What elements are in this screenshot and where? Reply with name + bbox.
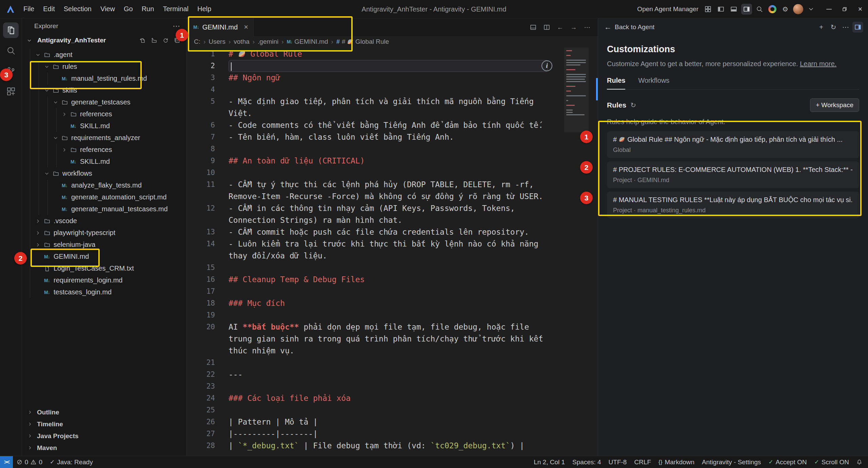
editor-line-2[interactable]: 2 [186,60,598,72]
panel-bottom-icon[interactable] [728,4,739,15]
refresh-rules-icon[interactable]: ↻ [630,101,636,109]
breadcrumb-item-votha[interactable]: votha [234,38,249,45]
close-tab-icon[interactable]: × [244,23,248,32]
tree-item-generate-manual-testcases-md[interactable]: M↓generate_manual_testcases.md [22,203,186,215]
breadcrumb-item-c[interactable]: C: [194,38,200,45]
minimap[interactable] [564,47,589,456]
editor-line-19[interactable]: 19 [186,309,598,321]
close-icon[interactable]: × [852,0,868,18]
remote-indicator[interactable]: >< [0,456,13,468]
rule-card-3[interactable]: # MANUAL TESTING RULES **Luật này áp dụn… [607,192,859,218]
rule-card-1[interactable]: # Global Rule ## Ngôn ngữ - Mặc định gia… [607,131,859,158]
editor-line-8[interactable]: 8 [186,143,598,155]
panel-right-icon[interactable] [852,22,863,33]
panel-right-icon[interactable] [741,4,752,15]
open-agent-manager-button[interactable]: Open Agent Manager [637,5,698,13]
editor-line-27[interactable]: 27|---------|-------| [186,428,598,440]
editor-line-15[interactable]: 15 [186,262,598,274]
back-arrow-icon[interactable]: ← [555,22,565,32]
history-icon[interactable]: ↻ [828,22,839,33]
sidebar-section-outline[interactable]: Outline [22,406,186,418]
menu-run[interactable]: Run [137,3,159,15]
settings-gear-icon[interactable]: ⚙ [780,4,791,15]
eol-sequence[interactable]: CRLF [630,456,655,468]
source-control-icon[interactable] [3,63,19,79]
add-workspace-button[interactable]: + Workspace [810,98,859,112]
tree-item-testcases-login-md[interactable]: M↓testcases_login.md [22,286,186,298]
editor-line-9[interactable]: 9## An toàn dữ liệu (CRITICAL) [186,155,598,167]
editor-line-21[interactable]: 21 [186,357,598,369]
gemini-icon[interactable] [767,4,778,15]
problems-indicator[interactable]: 00 [13,456,46,468]
chevron-down-icon[interactable] [806,4,816,15]
sidebar-section-maven[interactable]: Maven [22,442,186,454]
menu-terminal[interactable]: Terminal [158,3,193,15]
editor-line-16[interactable]: 16## Cleanup Temp & Debug Files [186,274,598,286]
collapse-all-icon[interactable] [172,35,182,45]
editor-line-18[interactable]: 18### Mục đích [186,297,598,309]
ellipsis-icon[interactable]: ⋯ [840,22,851,33]
tree-item-requirements-login-md[interactable]: M↓requirements_login.md [22,274,186,286]
explorer-more-icon[interactable]: ⋯ [173,22,180,31]
split-editor-icon[interactable] [541,22,552,32]
editor-line-24[interactable]: 24### Các loại file phải xóa [186,392,598,404]
notifications-bell[interactable] [853,456,866,468]
breadcrumb-item-gemini-md[interactable]: M↓GEMINI.md [287,38,328,45]
inline-info-icon[interactable]: i [541,60,552,71]
cursor-position[interactable]: Ln 2, Col 1 [530,456,569,468]
menu-help[interactable]: Help [193,3,216,15]
encoding[interactable]: UTF-8 [605,456,631,468]
editor-line-20[interactable]: 20AI **bắt buộc** phải dọn dẹp mọi file … [186,321,598,357]
new-file-icon[interactable] [137,35,147,45]
extensions-icon[interactable] [3,83,19,99]
search-icon[interactable] [3,43,19,58]
tree-item-login-testcases-crm-txt[interactable]: Login_TestCases_CRM.txt [22,262,186,274]
ellipsis-icon[interactable]: ⋯ [582,22,592,32]
menu-go[interactable]: Go [119,3,137,15]
editor-line-22[interactable]: 22--- [186,369,598,381]
tree-item-skill-md[interactable]: M↓SKILL.md [22,120,186,132]
tree-item-analyze-flaky-tests-md[interactable]: M↓analyze_flaky_tests.md [22,179,186,191]
java-status[interactable]: ✓Java: Ready [46,456,97,468]
editor-line-26[interactable]: 26| Pattern | Mô tả | [186,416,598,428]
editor-line-4[interactable]: 4 [186,84,598,96]
tree-item-manual-testing-rules-md[interactable]: M↓manual_testing_rules.md [22,73,186,84]
editor-line-5[interactable]: 5- Mặc định giao tiếp, phân tích và giải… [186,96,598,119]
editor-line-17[interactable]: 17 [186,286,598,297]
restore-icon[interactable] [837,0,852,18]
accept-toggle[interactable]: ✓Accept ON [765,456,810,468]
agent-manager-icon[interactable] [703,4,713,15]
tree-item-references[interactable]: references [22,144,186,156]
search-icon[interactable] [754,4,765,15]
editor-line-23[interactable]: 23 [186,381,598,392]
editor-line-25[interactable]: 25 [186,404,598,416]
editor-line-13[interactable]: 13- CẤM commit hoặc push các file chứa c… [186,226,598,238]
editor-line-6[interactable]: 6- Code comments có thể viết bằng Tiếng … [186,119,598,131]
menu-file[interactable]: File [19,3,39,15]
menu-selection[interactable]: Selection [59,3,96,15]
panel-left-icon[interactable] [715,4,726,15]
tree-item-gemini-md[interactable]: M↓GEMINI.md [22,251,186,262]
editor-line-12[interactable]: 12- CẤM in các thông tin nhạy cảm (API K… [186,202,598,226]
editor-line-11[interactable]: 11- CẤM tự ý thực thi các lệnh phá hủy (… [186,179,598,202]
editor-line-14[interactable]: 14- Luôn kiểm tra lại trước khi thực thi… [186,238,598,262]
layout-icon[interactable] [528,22,538,32]
explorer-icon[interactable] [3,22,19,38]
breadcrumb-item-gemini[interactable]: .gemini [258,38,278,45]
sidebar-section-timeline[interactable]: Timeline [22,418,186,430]
minimize-icon[interactable]: ─ [821,0,837,18]
language-mode[interactable]: {}Markdown [655,456,698,468]
avatar[interactable] [793,4,804,15]
editor-line-3[interactable]: 3## Ngôn ngữ [186,72,598,84]
tree-item-workflows[interactable]: workflows [22,168,186,179]
panel-tab-workflows[interactable]: Workflows [638,77,669,89]
editor-line-7[interactable]: 7- Tên biến, hàm, class luôn viết bằng T… [186,131,598,143]
new-folder-icon[interactable] [149,35,159,45]
editor[interactable]: 1# Global Rule23## Ngôn ngữ45- Mặc định … [186,47,598,456]
refresh-icon[interactable] [160,35,171,45]
menu-view[interactable]: View [96,3,119,15]
tree-item-rules[interactable]: rules [22,61,186,73]
tree-item-vscode[interactable]: .vscode [22,215,186,227]
editor-line-1[interactable]: 1# Global Rule [186,48,598,60]
breadcrumb-item-users[interactable]: Users [209,38,225,45]
